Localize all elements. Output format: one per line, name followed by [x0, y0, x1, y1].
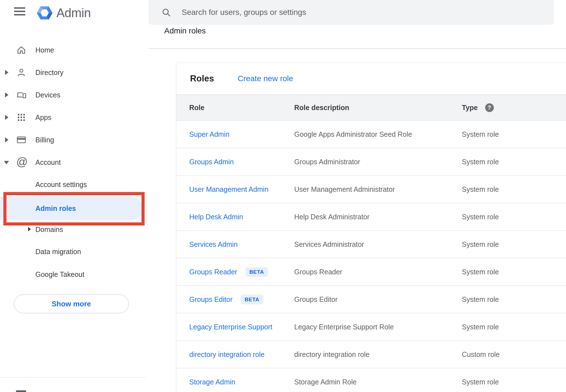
- apps-grid-icon: [16, 112, 26, 122]
- role-description-cell: directory integration role: [294, 350, 462, 359]
- role-description-cell: Legacy Enterprise Support Role: [294, 323, 462, 331]
- role-type-cell: System role: [462, 158, 566, 166]
- search-input[interactable]: Search for users, groups or settings: [149, 0, 554, 25]
- role-description-cell: Groups Editor: [294, 295, 462, 304]
- sidebar-item-label: Data migration: [35, 247, 81, 256]
- credit-card-icon: [16, 135, 26, 145]
- expand-right-icon[interactable]: [28, 227, 31, 231]
- sidebar-item-home[interactable]: Home: [0, 39, 145, 61]
- table-header-row: Role Role description Type ?: [176, 94, 566, 121]
- search-placeholder: Search for users, groups or settings: [182, 8, 306, 17]
- sidebar-divider: [0, 377, 145, 378]
- role-description-cell: Help Desk Administrator: [294, 213, 462, 221]
- role-description-cell: Storage Admin Role: [294, 378, 462, 386]
- role-type-cell: System role: [462, 268, 566, 276]
- home-icon: [16, 45, 26, 55]
- role-type-cell: System role: [462, 130, 566, 138]
- sidebar-item-label: Account settings: [35, 180, 87, 189]
- google-admin-console: { "app": { "brand": "Admin" }, "search":…: [0, 0, 566, 392]
- expand-right-icon[interactable]: [5, 92, 8, 97]
- role-description-cell: Google Apps Administrator Seed Role: [294, 130, 462, 138]
- role-link[interactable]: Groups Editor: [189, 295, 232, 303]
- panel-title: Roles: [190, 74, 214, 84]
- sidebar-item-apps[interactable]: Apps: [0, 106, 145, 129]
- sidebar-item-directory[interactable]: Directory: [0, 61, 145, 84]
- sidebar-item-label: Admin roles: [35, 204, 76, 213]
- column-header-type: Type: [462, 104, 478, 112]
- help-icon[interactable]: ?: [485, 103, 494, 112]
- table-row: Storage Admin Storage Admin Role System …: [176, 368, 566, 392]
- role-description-cell: Groups Reader: [294, 268, 462, 276]
- sidebar-item-account[interactable]: @ Account: [0, 151, 145, 174]
- role-link[interactable]: directory integration role: [189, 350, 264, 358]
- person-icon: [16, 67, 26, 78]
- sidebar-item-domains[interactable]: Domains: [0, 218, 145, 241]
- expand-right-icon[interactable]: [5, 70, 8, 75]
- role-description-cell: User Management Administrator: [294, 185, 462, 193]
- sidebar-item-data-migration[interactable]: Data migration: [0, 240, 145, 263]
- sidebar-item-label: Home: [35, 46, 54, 54]
- beta-badge: BETA: [241, 295, 263, 304]
- role-type-cell: System role: [462, 295, 566, 304]
- sidebar: Admin Home Directory Devices: [0, 0, 149, 392]
- sidebar-item-billing[interactable]: Billing: [0, 129, 145, 151]
- admin-logo-icon: [36, 5, 53, 20]
- role-link[interactable]: Groups Admin: [189, 158, 234, 166]
- create-new-role-link[interactable]: Create new role: [238, 74, 293, 83]
- menu-icon[interactable]: [14, 7, 25, 16]
- breadcrumb: Admin roles: [164, 26, 206, 35]
- role-description-cell: Groups Administrator: [294, 158, 462, 166]
- role-type-cell: System role: [462, 323, 566, 331]
- role-type-cell: System role: [462, 185, 566, 193]
- column-header-description: Role description: [294, 104, 462, 112]
- sidebar-item-account-settings[interactable]: Account settings: [0, 173, 145, 196]
- role-link[interactable]: Help Desk Admin: [189, 213, 243, 221]
- sidebar-item-admin-roles[interactable]: Admin roles: [0, 197, 143, 220]
- roles-table-body: Super Admin Google Apps Administrator Se…: [176, 121, 566, 392]
- table-row: Help Desk Admin Help Desk Administrator …: [176, 203, 566, 231]
- role-description-cell: Services Administrator: [294, 240, 462, 249]
- roles-panel: Roles Create new role Role Role descript…: [176, 63, 566, 392]
- sidebar-item-label: Domains: [35, 225, 63, 234]
- role-link[interactable]: Groups Reader: [189, 268, 237, 276]
- sidebar-item-label: Apps: [35, 113, 51, 122]
- show-more-label: Show more: [52, 300, 91, 308]
- role-type-cell: Custom role: [462, 350, 566, 359]
- sidebar-item-label: Billing: [35, 136, 54, 144]
- beta-badge: BETA: [245, 267, 268, 277]
- table-row: Groups Reader BETA Groups Reader System …: [176, 258, 566, 286]
- sidebar-item-label: Account: [35, 158, 61, 167]
- table-row: Legacy Enterprise Support Legacy Enterpr…: [176, 313, 566, 341]
- search-icon: [161, 8, 171, 17]
- expand-right-icon[interactable]: [5, 115, 8, 120]
- sidebar-item-devices[interactable]: Devices: [0, 84, 145, 106]
- table-row: Groups Admin Groups Administrator System…: [176, 148, 566, 176]
- table-row: Super Admin Google Apps Administrator Se…: [176, 121, 566, 148]
- column-header-role: Role: [176, 104, 294, 112]
- table-row: User Management Admin User Management Ad…: [176, 176, 566, 203]
- table-row: Groups Editor BETA Groups Editor System …: [176, 286, 566, 313]
- table-row: directory integration role directory int…: [176, 341, 566, 368]
- sidebar-item-label: Directory: [35, 68, 63, 77]
- role-link[interactable]: Super Admin: [189, 130, 229, 138]
- expand-right-icon[interactable]: [5, 137, 8, 142]
- role-link[interactable]: Services Admin: [189, 240, 238, 248]
- sidebar-item-google-takeout[interactable]: Google Takeout: [0, 263, 145, 286]
- brand-title: Admin: [56, 6, 91, 20]
- table-row: Services Admin Services Administrator Sy…: [176, 231, 566, 258]
- clipped-bottom-icon: [16, 390, 26, 392]
- role-type-cell: System role: [462, 240, 566, 249]
- role-link[interactable]: Storage Admin: [189, 378, 235, 386]
- role-type-cell: System role: [462, 378, 566, 386]
- show-more-button[interactable]: Show more: [14, 294, 129, 313]
- role-type-cell: System role: [462, 213, 566, 221]
- role-link[interactable]: Legacy Enterprise Support: [189, 323, 272, 331]
- divider: [149, 48, 566, 49]
- sidebar-item-label: Google Takeout: [35, 270, 85, 279]
- expand-down-icon[interactable]: [4, 161, 9, 164]
- devices-icon: [16, 90, 26, 100]
- roles-panel-header: Roles Create new role: [176, 63, 566, 94]
- role-link[interactable]: User Management Admin: [189, 185, 268, 193]
- sidebar-item-label: Devices: [35, 91, 60, 99]
- at-sign-icon: @: [16, 157, 26, 167]
